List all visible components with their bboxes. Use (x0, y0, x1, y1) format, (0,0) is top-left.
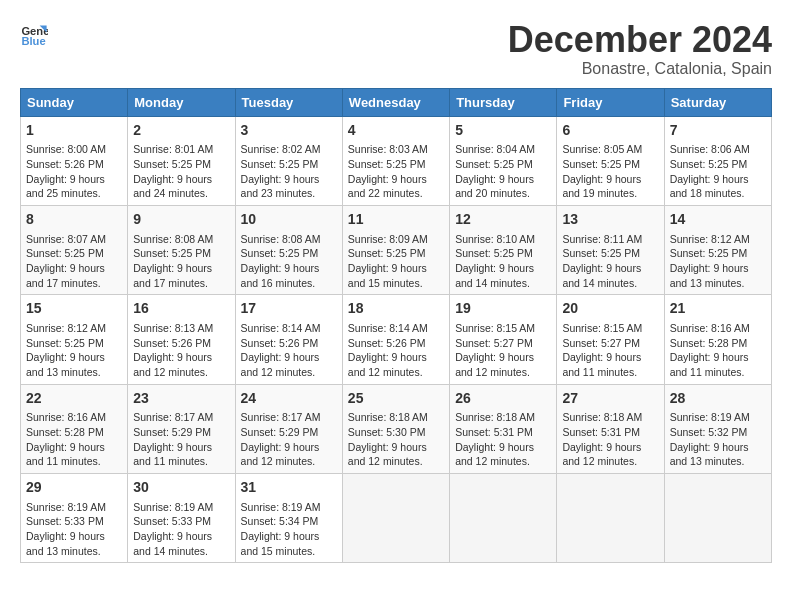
day-number: 28 (670, 389, 766, 409)
calendar-day-5: 5Sunrise: 8:04 AM Sunset: 5:25 PM Daylig… (450, 116, 557, 205)
day-number: 30 (133, 478, 229, 498)
calendar-day-27: 27Sunrise: 8:18 AM Sunset: 5:31 PM Dayli… (557, 384, 664, 473)
day-number: 5 (455, 121, 551, 141)
calendar-day-14: 14Sunrise: 8:12 AM Sunset: 5:25 PM Dayli… (664, 205, 771, 294)
calendar-day-empty (557, 473, 664, 562)
calendar-day-24: 24Sunrise: 8:17 AM Sunset: 5:29 PM Dayli… (235, 384, 342, 473)
day-number: 17 (241, 299, 337, 319)
day-info: Sunrise: 8:16 AM Sunset: 5:28 PM Dayligh… (670, 321, 766, 380)
calendar-day-12: 12Sunrise: 8:10 AM Sunset: 5:25 PM Dayli… (450, 205, 557, 294)
calendar-day-15: 15Sunrise: 8:12 AM Sunset: 5:25 PM Dayli… (21, 295, 128, 384)
calendar-day-28: 28Sunrise: 8:19 AM Sunset: 5:32 PM Dayli… (664, 384, 771, 473)
calendar-day-20: 20Sunrise: 8:15 AM Sunset: 5:27 PM Dayli… (557, 295, 664, 384)
day-number: 11 (348, 210, 444, 230)
day-info: Sunrise: 8:14 AM Sunset: 5:26 PM Dayligh… (348, 321, 444, 380)
day-number: 29 (26, 478, 122, 498)
day-info: Sunrise: 8:19 AM Sunset: 5:33 PM Dayligh… (133, 500, 229, 559)
calendar-day-3: 3Sunrise: 8:02 AM Sunset: 5:25 PM Daylig… (235, 116, 342, 205)
calendar-day-10: 10Sunrise: 8:08 AM Sunset: 5:25 PM Dayli… (235, 205, 342, 294)
day-info: Sunrise: 8:07 AM Sunset: 5:25 PM Dayligh… (26, 232, 122, 291)
day-info: Sunrise: 8:17 AM Sunset: 5:29 PM Dayligh… (241, 410, 337, 469)
day-number: 1 (26, 121, 122, 141)
month-title: December 2024 (508, 20, 772, 60)
day-info: Sunrise: 8:01 AM Sunset: 5:25 PM Dayligh… (133, 142, 229, 201)
calendar-day-9: 9Sunrise: 8:08 AM Sunset: 5:25 PM Daylig… (128, 205, 235, 294)
calendar-day-26: 26Sunrise: 8:18 AM Sunset: 5:31 PM Dayli… (450, 384, 557, 473)
calendar-day-16: 16Sunrise: 8:13 AM Sunset: 5:26 PM Dayli… (128, 295, 235, 384)
calendar-day-21: 21Sunrise: 8:16 AM Sunset: 5:28 PM Dayli… (664, 295, 771, 384)
calendar-day-empty (342, 473, 449, 562)
calendar-day-31: 31Sunrise: 8:19 AM Sunset: 5:34 PM Dayli… (235, 473, 342, 562)
day-number: 2 (133, 121, 229, 141)
calendar-header-row: SundayMondayTuesdayWednesdayThursdayFrid… (21, 88, 772, 116)
day-number: 8 (26, 210, 122, 230)
day-info: Sunrise: 8:04 AM Sunset: 5:25 PM Dayligh… (455, 142, 551, 201)
calendar-day-empty (664, 473, 771, 562)
day-number: 18 (348, 299, 444, 319)
day-info: Sunrise: 8:05 AM Sunset: 5:25 PM Dayligh… (562, 142, 658, 201)
day-info: Sunrise: 8:12 AM Sunset: 5:25 PM Dayligh… (26, 321, 122, 380)
day-number: 12 (455, 210, 551, 230)
col-header-wednesday: Wednesday (342, 88, 449, 116)
day-info: Sunrise: 8:00 AM Sunset: 5:26 PM Dayligh… (26, 142, 122, 201)
day-info: Sunrise: 8:19 AM Sunset: 5:33 PM Dayligh… (26, 500, 122, 559)
day-number: 3 (241, 121, 337, 141)
day-info: Sunrise: 8:17 AM Sunset: 5:29 PM Dayligh… (133, 410, 229, 469)
day-number: 14 (670, 210, 766, 230)
day-number: 19 (455, 299, 551, 319)
calendar-day-29: 29Sunrise: 8:19 AM Sunset: 5:33 PM Dayli… (21, 473, 128, 562)
day-info: Sunrise: 8:18 AM Sunset: 5:30 PM Dayligh… (348, 410, 444, 469)
day-number: 4 (348, 121, 444, 141)
col-header-saturday: Saturday (664, 88, 771, 116)
calendar-day-4: 4Sunrise: 8:03 AM Sunset: 5:25 PM Daylig… (342, 116, 449, 205)
day-info: Sunrise: 8:11 AM Sunset: 5:25 PM Dayligh… (562, 232, 658, 291)
col-header-sunday: Sunday (21, 88, 128, 116)
day-info: Sunrise: 8:08 AM Sunset: 5:25 PM Dayligh… (241, 232, 337, 291)
day-number: 15 (26, 299, 122, 319)
day-number: 24 (241, 389, 337, 409)
day-info: Sunrise: 8:08 AM Sunset: 5:25 PM Dayligh… (133, 232, 229, 291)
calendar-week-1: 1Sunrise: 8:00 AM Sunset: 5:26 PM Daylig… (21, 116, 772, 205)
calendar-day-11: 11Sunrise: 8:09 AM Sunset: 5:25 PM Dayli… (342, 205, 449, 294)
day-number: 13 (562, 210, 658, 230)
calendar-day-8: 8Sunrise: 8:07 AM Sunset: 5:25 PM Daylig… (21, 205, 128, 294)
day-number: 6 (562, 121, 658, 141)
day-info: Sunrise: 8:14 AM Sunset: 5:26 PM Dayligh… (241, 321, 337, 380)
day-info: Sunrise: 8:18 AM Sunset: 5:31 PM Dayligh… (562, 410, 658, 469)
location-title: Bonastre, Catalonia, Spain (508, 60, 772, 78)
calendar-day-25: 25Sunrise: 8:18 AM Sunset: 5:30 PM Dayli… (342, 384, 449, 473)
calendar-day-6: 6Sunrise: 8:05 AM Sunset: 5:25 PM Daylig… (557, 116, 664, 205)
day-number: 20 (562, 299, 658, 319)
day-info: Sunrise: 8:15 AM Sunset: 5:27 PM Dayligh… (562, 321, 658, 380)
calendar-day-7: 7Sunrise: 8:06 AM Sunset: 5:25 PM Daylig… (664, 116, 771, 205)
day-info: Sunrise: 8:10 AM Sunset: 5:25 PM Dayligh… (455, 232, 551, 291)
svg-text:Blue: Blue (21, 35, 45, 47)
col-header-friday: Friday (557, 88, 664, 116)
day-info: Sunrise: 8:02 AM Sunset: 5:25 PM Dayligh… (241, 142, 337, 201)
calendar-day-17: 17Sunrise: 8:14 AM Sunset: 5:26 PM Dayli… (235, 295, 342, 384)
calendar-day-30: 30Sunrise: 8:19 AM Sunset: 5:33 PM Dayli… (128, 473, 235, 562)
day-info: Sunrise: 8:16 AM Sunset: 5:28 PM Dayligh… (26, 410, 122, 469)
calendar-body: 1Sunrise: 8:00 AM Sunset: 5:26 PM Daylig… (21, 116, 772, 563)
day-number: 7 (670, 121, 766, 141)
calendar-day-23: 23Sunrise: 8:17 AM Sunset: 5:29 PM Dayli… (128, 384, 235, 473)
header: General Blue December 2024 Bonastre, Cat… (20, 20, 772, 78)
col-header-monday: Monday (128, 88, 235, 116)
day-number: 10 (241, 210, 337, 230)
day-number: 23 (133, 389, 229, 409)
col-header-thursday: Thursday (450, 88, 557, 116)
day-info: Sunrise: 8:12 AM Sunset: 5:25 PM Dayligh… (670, 232, 766, 291)
day-info: Sunrise: 8:06 AM Sunset: 5:25 PM Dayligh… (670, 142, 766, 201)
calendar-day-2: 2Sunrise: 8:01 AM Sunset: 5:25 PM Daylig… (128, 116, 235, 205)
day-info: Sunrise: 8:03 AM Sunset: 5:25 PM Dayligh… (348, 142, 444, 201)
day-number: 16 (133, 299, 229, 319)
day-info: Sunrise: 8:09 AM Sunset: 5:25 PM Dayligh… (348, 232, 444, 291)
col-header-tuesday: Tuesday (235, 88, 342, 116)
calendar-day-18: 18Sunrise: 8:14 AM Sunset: 5:26 PM Dayli… (342, 295, 449, 384)
day-number: 25 (348, 389, 444, 409)
day-number: 27 (562, 389, 658, 409)
logo-icon: General Blue (20, 20, 48, 48)
calendar-table: SundayMondayTuesdayWednesdayThursdayFrid… (20, 88, 772, 564)
day-number: 31 (241, 478, 337, 498)
day-number: 9 (133, 210, 229, 230)
